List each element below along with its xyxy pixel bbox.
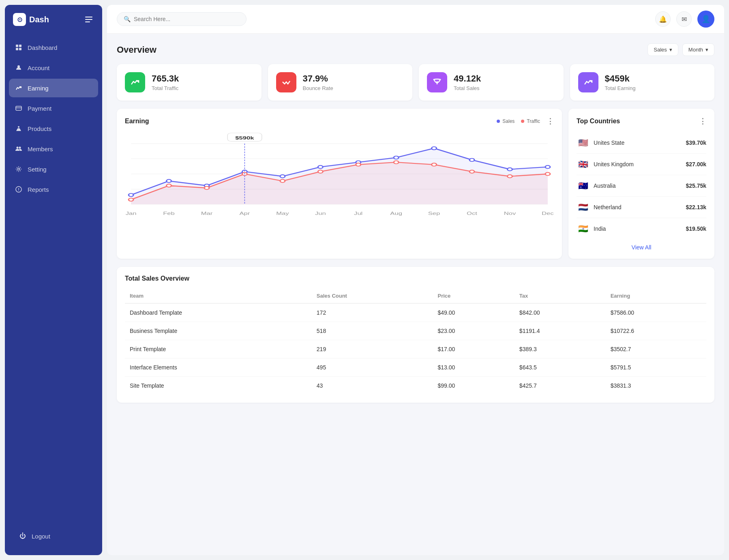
stat-info-bounce: 37.9% Bounce Rate <box>303 73 333 91</box>
hamburger-button[interactable] <box>84 15 94 24</box>
stat-info-traffic: 765.3k Total Traffic <box>152 73 179 91</box>
stat-card-traffic: 765.3k Total Traffic <box>117 64 262 101</box>
svg-point-43 <box>470 159 474 161</box>
table-header-cell: Price <box>433 289 515 303</box>
svg-point-44 <box>507 168 512 171</box>
country-item: 🇺🇸 Unites State $39.70k <box>577 132 706 154</box>
table-row: Business Template518$23.00$1191.4$10722.… <box>125 322 706 340</box>
month-filter-btn[interactable]: Month ▾ <box>682 43 714 56</box>
svg-text:May: May <box>276 211 289 216</box>
svg-text:Dec: Dec <box>542 211 554 216</box>
svg-point-9 <box>19 147 21 149</box>
user-avatar[interactable]: 👤 <box>697 11 714 28</box>
table-header-cell: Sales Count <box>312 289 433 303</box>
svg-rect-2 <box>16 48 18 50</box>
country-flag: 🇳🇱 <box>577 201 590 214</box>
table-cell: $17.00 <box>433 340 515 358</box>
table-cell: Print Template <box>125 340 312 358</box>
table-cell: $10722.6 <box>606 322 706 340</box>
chart-legend: Sales Traffic <box>497 118 540 124</box>
table-title: Total Sales Overview <box>125 275 706 282</box>
table-header-cell: Iteam <box>125 289 312 303</box>
search-input[interactable] <box>134 16 240 22</box>
country-left: 🇦🇺 Australia <box>577 179 615 192</box>
country-left: 🇬🇧 Unites Kingdom <box>577 158 634 171</box>
sidebar-item-setting[interactable]: Setting <box>9 160 98 178</box>
svg-text:Jan: Jan <box>126 211 137 216</box>
message-button[interactable]: ✉ <box>676 11 692 27</box>
stat-label-sales: Total Sales <box>454 85 481 91</box>
sales-table-card: Total Sales Overview IteamSales CountPri… <box>117 267 714 403</box>
table-header-cell: Tax <box>515 289 606 303</box>
country-value: $27.00k <box>686 161 706 167</box>
sidebar-footer: ⏻ Logout <box>5 520 102 555</box>
svg-point-50 <box>280 180 285 182</box>
svg-point-51 <box>318 170 323 173</box>
table-cell: $842.00 <box>515 303 606 322</box>
overview-title: Overview <box>117 45 157 55</box>
stat-value-bounce: 37.9% <box>303 73 333 84</box>
search-box[interactable]: 🔍 <box>117 12 247 26</box>
table-cell: $23.00 <box>433 322 515 340</box>
svg-point-57 <box>545 172 550 175</box>
svg-text:Feb: Feb <box>163 211 175 216</box>
svg-rect-3 <box>19 48 21 50</box>
table-cell: 518 <box>312 322 433 340</box>
overview-header: Overview Sales ▾ Month ▾ <box>117 43 714 56</box>
country-item: 🇦🇺 Australia $25.75k <box>577 175 706 197</box>
dashboard-icon <box>15 43 23 51</box>
svg-rect-5 <box>16 106 21 110</box>
sales-filter-btn[interactable]: Sales ▾ <box>648 43 678 56</box>
stat-icon-earning <box>578 72 598 92</box>
sidebar-item-earning[interactable]: Earning <box>9 79 98 97</box>
account-icon <box>15 64 23 72</box>
sidebar-item-dashboard[interactable]: Dashboard <box>9 38 98 57</box>
sidebar-item-products[interactable]: Products <box>9 119 98 138</box>
sidebar-item-reports[interactable]: Reports <box>9 180 98 199</box>
stat-card-bounce: 37.9% Bounce Rate <box>268 64 413 101</box>
svg-point-45 <box>545 165 550 168</box>
svg-rect-0 <box>16 45 18 47</box>
table-cell: Site Template <box>125 377 312 395</box>
country-name: Unites State <box>594 139 624 146</box>
logout-button[interactable]: ⏻ Logout <box>13 527 94 545</box>
stat-icon-sales <box>427 72 447 92</box>
table-cell: 43 <box>312 377 433 395</box>
sidebar-item-label: Reports <box>28 186 49 193</box>
sidebar-item-account[interactable]: Account <box>9 58 98 77</box>
table-row: Print Template219$17.00$389.3$3502.7 <box>125 340 706 358</box>
country-left: 🇺🇸 Unites State <box>577 136 624 149</box>
svg-text:Jun: Jun <box>315 211 326 216</box>
stat-card-sales: 49.12k Total Sales <box>419 64 564 101</box>
legend-sales: Sales <box>497 118 515 124</box>
svg-rect-1 <box>19 45 21 47</box>
sidebar-item-label: Account <box>28 64 49 71</box>
svg-point-10 <box>18 168 20 170</box>
table-cell: $643.5 <box>515 358 606 377</box>
countries-more-button[interactable]: ⋮ <box>699 117 706 126</box>
sidebar-nav: Dashboard Account Earning Payment Produc… <box>5 38 102 520</box>
sidebar-item-members[interactable]: Members <box>9 139 98 158</box>
table-row: Interface Elements495$13.00$643.5$5791.5 <box>125 358 706 377</box>
sidebar-item-payment[interactable]: Payment <box>9 99 98 118</box>
legend-sales-label: Sales <box>502 118 515 124</box>
reports-icon <box>15 185 23 193</box>
table-cell: Dashboard Template <box>125 303 312 322</box>
search-icon: 🔍 <box>124 16 131 22</box>
country-flag: 🇬🇧 <box>577 158 590 171</box>
table-cell: $7586.00 <box>606 303 706 322</box>
table-row: Dashboard Template172$49.00$842.00$7586.… <box>125 303 706 322</box>
setting-icon <box>15 165 23 173</box>
topbar: 🔍 🔔 ✉ 👤 <box>107 5 724 34</box>
stat-value-traffic: 765.3k <box>152 73 179 84</box>
table-row: Site Template43$99.00$425.7$3831.3 <box>125 377 706 395</box>
svg-point-34 <box>129 193 133 196</box>
chart-more-button[interactable]: ⋮ <box>547 117 554 126</box>
stat-label-bounce: Bounce Rate <box>303 85 333 91</box>
table-header-cell: Earning <box>606 289 706 303</box>
content-area: Overview Sales ▾ Month ▾ 765.3k Total Tr… <box>107 34 724 555</box>
legend-sales-dot <box>497 120 500 123</box>
topbar-actions: 🔔 ✉ 👤 <box>655 11 714 28</box>
notification-button[interactable]: 🔔 <box>655 11 671 27</box>
view-all-button[interactable]: View All <box>577 244 706 251</box>
